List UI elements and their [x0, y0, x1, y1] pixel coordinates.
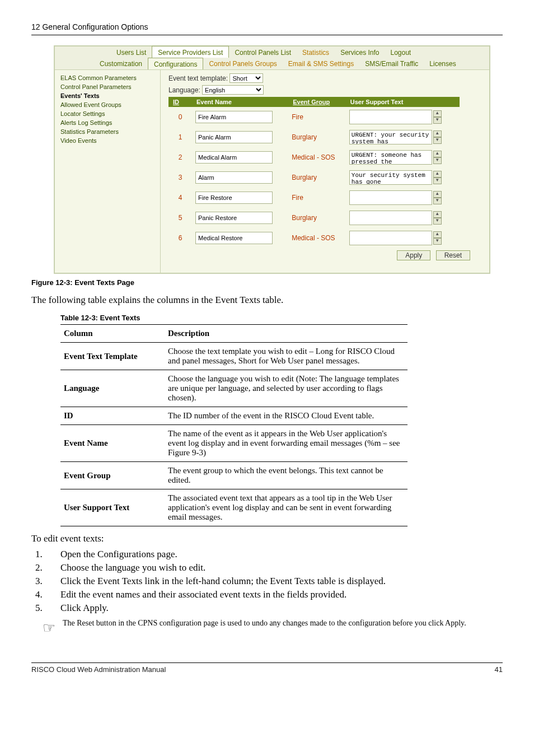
- table-caption: Table 12-3: Event Texts: [60, 314, 503, 322]
- doc-col-description: Description: [165, 325, 407, 343]
- event-name-input[interactable]: [195, 192, 273, 204]
- support-text-field[interactable]: [349, 190, 432, 205]
- apply-button[interactable]: Apply: [397, 250, 430, 260]
- sidebar-item[interactable]: ELAS Common Parameters: [55, 73, 160, 82]
- sidebar-item[interactable]: Locator Settings: [55, 109, 160, 118]
- step-item: Click Apply.: [45, 601, 503, 615]
- page-header: 12 General Configuration Options: [31, 22, 503, 35]
- sidebar-item[interactable]: Statistics Parameters: [55, 127, 160, 136]
- spin-buttons[interactable]: ▲▼: [433, 231, 442, 245]
- doc-col-desc: The name of the event as it appears in t…: [165, 425, 407, 462]
- row-id: 6: [168, 228, 192, 248]
- event-group: Medical - SOS: [292, 234, 335, 242]
- tab-service-providers[interactable]: Service Providers List: [152, 46, 229, 58]
- doc-table-row: LanguageChoose the language you wish to …: [60, 370, 407, 407]
- support-text-field[interactable]: [349, 211, 432, 225]
- reset-button[interactable]: Reset: [436, 250, 470, 260]
- spin-buttons[interactable]: ▲▼: [433, 191, 442, 204]
- tab-statistics[interactable]: Statistics: [297, 46, 335, 58]
- tab-control-panels-groups[interactable]: Control Panels Groups: [203, 58, 282, 69]
- doc-table-row: User Support TextThe associated event te…: [60, 489, 407, 526]
- spin-buttons[interactable]: ▲▼: [433, 211, 442, 225]
- note-icon: ☞: [43, 618, 63, 637]
- event-name-input[interactable]: [195, 232, 273, 244]
- col-event-name: Event Name: [192, 97, 288, 107]
- doc-col-name: Event Group: [60, 462, 165, 489]
- doc-table: Column Description Event Text TemplateCh…: [60, 324, 407, 526]
- table-row: 2Medical - SOSURGENT: someone has presse…: [168, 147, 460, 167]
- doc-col-name: Event Text Template: [60, 343, 165, 370]
- doc-table-row: Event GroupThe event group to which the …: [60, 462, 407, 489]
- tab-licenses[interactable]: Licenses: [424, 58, 461, 69]
- event-group: Fire: [292, 194, 303, 202]
- intro-text: The following table explains the columns…: [31, 295, 503, 306]
- tab-email-sms[interactable]: Email & SMS Settings: [283, 58, 359, 69]
- row-id: 4: [168, 188, 192, 208]
- sidebar-item[interactable]: Events' Texts: [55, 91, 160, 100]
- row-id: 1: [168, 127, 192, 147]
- doc-col-name: Event Name: [60, 425, 165, 462]
- col-user-support: User Support Text: [346, 97, 460, 107]
- spin-buttons[interactable]: ▲▼: [433, 151, 442, 164]
- tab-control-panels-list[interactable]: Control Panels List: [229, 46, 297, 58]
- row-id: 3: [168, 167, 192, 188]
- support-text-field[interactable]: [349, 231, 432, 245]
- event-name-input[interactable]: [195, 212, 273, 224]
- event-group: Burglary: [292, 133, 317, 141]
- steps-heading: To edit event texts:: [31, 533, 503, 544]
- event-group: Burglary: [292, 214, 317, 222]
- spin-buttons[interactable]: ▲▼: [433, 130, 442, 144]
- config-sidebar: ELAS Common ParametersControl Panel Para…: [55, 70, 161, 273]
- event-name-input[interactable]: [195, 171, 273, 184]
- step-item: Open the Configurations page.: [45, 548, 503, 561]
- tab-logout[interactable]: Logout: [385, 46, 417, 58]
- support-text-field[interactable]: URGENT: your security system has: [349, 130, 432, 144]
- spin-buttons[interactable]: ▲▼: [433, 171, 442, 184]
- doc-table-row: Event NameThe name of the event as it ap…: [60, 425, 407, 462]
- table-row: 6Medical - SOS▲▼: [168, 228, 460, 248]
- table-row: 5Burglary▲▼: [168, 208, 460, 228]
- event-texts-table: ID Event Name Event Group User Support T…: [168, 97, 460, 248]
- tab-sms-traffic[interactable]: SMS/Email Traffic: [359, 58, 424, 69]
- support-text-field[interactable]: [349, 110, 432, 124]
- row-id: 2: [168, 147, 192, 167]
- table-row: 1BurglaryURGENT: your security system ha…: [168, 127, 460, 147]
- event-text-template-select[interactable]: Short: [229, 73, 263, 83]
- sidebar-item[interactable]: Alerts Log Settings: [55, 118, 160, 127]
- event-name-input[interactable]: [195, 151, 273, 164]
- row-id: 5: [168, 208, 192, 228]
- row-id: 0: [168, 107, 192, 127]
- doc-col-desc: Choose the text template you wish to edi…: [165, 343, 407, 370]
- support-text-field[interactable]: URGENT: someone has pressed the: [349, 150, 432, 165]
- doc-table-row: Event Text TemplateChoose the text templ…: [60, 343, 407, 370]
- sidebar-item[interactable]: Allowed Event Groups: [55, 100, 160, 109]
- support-text-field[interactable]: Your security system has gone: [349, 170, 432, 185]
- sidebar-item[interactable]: Video Events: [55, 136, 160, 145]
- col-id[interactable]: ID: [168, 97, 192, 107]
- event-group: Medical - SOS: [292, 153, 335, 161]
- steps-list: Open the Configurations page.Choose the …: [31, 548, 503, 615]
- doc-col-name: User Support Text: [60, 489, 165, 526]
- tab-customization[interactable]: Customization: [94, 58, 148, 69]
- tab-configurations[interactable]: Configurations: [148, 58, 203, 69]
- tab-users-list[interactable]: Users List: [111, 46, 152, 58]
- doc-col-desc: The associated event text that appears a…: [165, 489, 407, 526]
- spin-buttons[interactable]: ▲▼: [433, 110, 442, 124]
- event-text-template-label: Event text template:: [168, 74, 228, 82]
- event-name-input[interactable]: [195, 131, 273, 143]
- col-event-group[interactable]: Event Group: [288, 97, 346, 107]
- doc-col-desc: Choose the language you wish to edit (No…: [165, 370, 407, 407]
- table-row: 3BurglaryYour security system has gone▲▼: [168, 167, 460, 188]
- sidebar-item[interactable]: Control Panel Parameters: [55, 82, 160, 91]
- step-item: Click the Event Texts link in the left-h…: [45, 575, 503, 588]
- language-label: Language:: [168, 86, 200, 94]
- doc-col-desc: The ID number of the event in the RISCO …: [165, 407, 407, 425]
- footer-page-number: 41: [495, 665, 503, 674]
- doc-col-name: Language: [60, 370, 165, 407]
- figure-caption: Figure 12-3: Event Texts Page: [31, 278, 503, 287]
- doc-col-column: Column: [60, 325, 165, 343]
- event-name-input[interactable]: [195, 111, 273, 123]
- tab-services-info[interactable]: Services Info: [335, 46, 385, 58]
- screenshot-figure: Users List Service Providers List Contro…: [54, 45, 490, 273]
- language-select[interactable]: English: [202, 85, 264, 95]
